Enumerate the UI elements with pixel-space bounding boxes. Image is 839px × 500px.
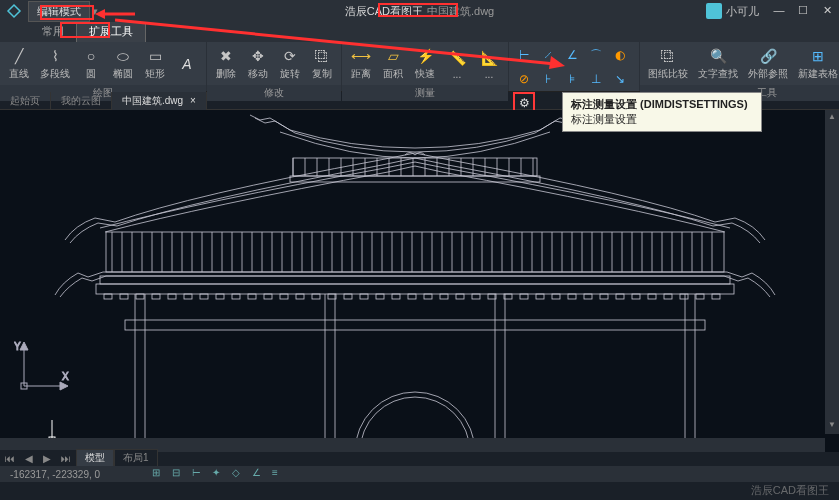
tool-rotate[interactable]: ⟳旋转 [275, 44, 305, 83]
group-tools: ⿻图纸比较 🔍文字查找 🔗外部参照 ⊞新建表格 ⊟XlsTable 工具 [640, 42, 839, 91]
svg-rect-23 [106, 232, 724, 272]
svg-rect-88 [120, 294, 128, 299]
tab-nav-prev[interactable]: ◀ [20, 452, 38, 465]
tab-common[interactable]: 常用 [30, 21, 76, 42]
dim-angular[interactable]: ∠ [561, 44, 583, 66]
svg-rect-124 [696, 294, 704, 299]
tool-distance[interactable]: ⟷距离 [346, 44, 376, 83]
tool-xref[interactable]: 🔗外部参照 [744, 44, 792, 83]
tool-measure-more1[interactable]: 📏... [442, 46, 472, 82]
dim-arc[interactable]: ⌒ [585, 44, 607, 66]
measure2-icon: 📐 [479, 48, 499, 68]
tab-nav-next[interactable]: ▶ [38, 452, 56, 465]
rotate-icon: ⟳ [280, 46, 300, 66]
osnap-icon[interactable]: ◇ [232, 467, 246, 481]
tooltip-desc: 标注测量设置 [571, 112, 753, 127]
dim-leader[interactable]: ↘ [609, 68, 631, 90]
svg-rect-125 [712, 294, 720, 299]
dim-baseline[interactable]: ⊧ [561, 68, 583, 90]
watermark: 浩辰CAD看图王 [751, 483, 829, 498]
doc-tab-cloud[interactable]: 我的云图 [51, 92, 112, 110]
maximize-button[interactable]: ☐ [795, 4, 811, 18]
cad-drawing [0, 110, 839, 452]
polar-icon[interactable]: ✦ [212, 467, 226, 481]
tab-nav-first[interactable]: ⏮ [0, 452, 20, 465]
ellipse-icon: ⬭ [113, 46, 133, 66]
dim-continue[interactable]: ⊦ [537, 68, 559, 90]
tool-polyline[interactable]: ⌇多段线 [36, 44, 74, 83]
rect-icon: ▭ [145, 46, 165, 66]
svg-rect-103 [360, 294, 368, 299]
svg-rect-117 [584, 294, 592, 299]
dropdown-arrow-icon[interactable]: ▾ [92, 5, 98, 18]
circle-icon: ○ [81, 46, 101, 66]
ortho-icon[interactable]: ⊢ [192, 467, 206, 481]
svg-rect-113 [520, 294, 528, 299]
svg-rect-114 [536, 294, 544, 299]
scroll-down-icon[interactable]: ▼ [827, 420, 837, 432]
tab-layout1[interactable]: 布局1 [114, 449, 158, 467]
snap-icon[interactable]: ⊞ [152, 467, 166, 481]
text-icon: A [177, 54, 197, 74]
drawing-canvas[interactable]: X Y ▲ ▼ [0, 110, 839, 452]
svg-rect-109 [456, 294, 464, 299]
otrack-icon[interactable]: ∠ [252, 467, 266, 481]
tool-copy[interactable]: ⿻复制 [307, 44, 337, 83]
tool-ellipse[interactable]: ⬭椭圆 [108, 44, 138, 83]
svg-rect-106 [408, 294, 416, 299]
svg-rect-119 [616, 294, 624, 299]
edit-mode-button[interactable]: 编辑模式 [28, 1, 90, 22]
tool-line[interactable]: ╱直线 [4, 44, 34, 83]
tool-move[interactable]: ✥移动 [243, 44, 273, 83]
svg-rect-97 [264, 294, 272, 299]
group-label-measure: 测量 [342, 85, 508, 101]
minimize-button[interactable]: — [771, 4, 787, 18]
close-button[interactable]: ✕ [819, 4, 835, 18]
tool-circle[interactable]: ○圆 [76, 44, 106, 83]
dim-aligned[interactable]: ⟋ [537, 44, 559, 66]
svg-rect-115 [552, 294, 560, 299]
tab-model[interactable]: 模型 [76, 449, 114, 467]
dim-diameter[interactable]: ⊘ [513, 68, 535, 90]
svg-rect-86 [96, 284, 734, 294]
dim-ordinate[interactable]: ⊥ [585, 68, 607, 90]
avatar-icon [706, 3, 722, 19]
grid-icon[interactable]: ⊟ [172, 467, 186, 481]
tool-measure-more2[interactable]: 📐... [474, 46, 504, 82]
area-icon: ▱ [383, 46, 403, 66]
doc-tab-start[interactable]: 起始页 [0, 92, 51, 110]
svg-rect-121 [648, 294, 656, 299]
svg-rect-123 [680, 294, 688, 299]
vertical-scrollbar[interactable]: ▲ ▼ [825, 110, 839, 434]
polyline-icon: ⌇ [45, 46, 65, 66]
app-logo-icon [0, 0, 28, 22]
svg-rect-94 [216, 294, 224, 299]
status-bar: -162317, -223329, 0 ⊞ ⊟ ⊢ ✦ ◇ ∠ ≡ [0, 466, 839, 482]
tooltip-dimsettings: 标注测量设置 (DIMDISTSETTINGS) 标注测量设置 [562, 92, 762, 132]
group-modify: ✖删除 ✥移动 ⟳旋转 ⿻复制 修改 [207, 42, 342, 91]
tool-quick[interactable]: ⚡快速 [410, 44, 440, 83]
scroll-up-icon[interactable]: ▲ [827, 112, 837, 124]
search-icon: 🔍 [708, 46, 728, 66]
tab-nav-last[interactable]: ⏭ [56, 452, 76, 465]
copy-icon: ⿻ [312, 46, 332, 66]
doc-tab-current[interactable]: 中国建筑.dwg × [112, 92, 207, 110]
tool-area[interactable]: ▱面积 [378, 44, 408, 83]
dim-linear[interactable]: ⊢ [513, 44, 535, 66]
tool-compare[interactable]: ⿻图纸比较 [644, 44, 692, 83]
tool-text[interactable]: A [172, 52, 202, 76]
tool-textfind[interactable]: 🔍文字查找 [694, 44, 742, 83]
lweight-icon[interactable]: ≡ [272, 467, 286, 481]
tooltip-title: 标注测量设置 (DIMDISTSETTINGS) [571, 97, 753, 112]
svg-rect-104 [376, 294, 384, 299]
user-area[interactable]: 小可儿 [706, 3, 759, 19]
svg-rect-116 [568, 294, 576, 299]
title-bar: 编辑模式 ▾ 浩辰CAD看图王 中国建筑.dwg 小可儿 — ☐ ✕ [0, 0, 839, 22]
tool-delete[interactable]: ✖删除 [211, 44, 241, 83]
tab-close-icon[interactable]: × [190, 95, 196, 106]
tool-newtable[interactable]: ⊞新建表格 [794, 44, 839, 83]
svg-rect-96 [248, 294, 256, 299]
tab-extended[interactable]: 扩展工具 [76, 20, 146, 42]
tool-rect[interactable]: ▭矩形 [140, 44, 170, 83]
dim-radius[interactable]: ◐ [609, 44, 631, 66]
